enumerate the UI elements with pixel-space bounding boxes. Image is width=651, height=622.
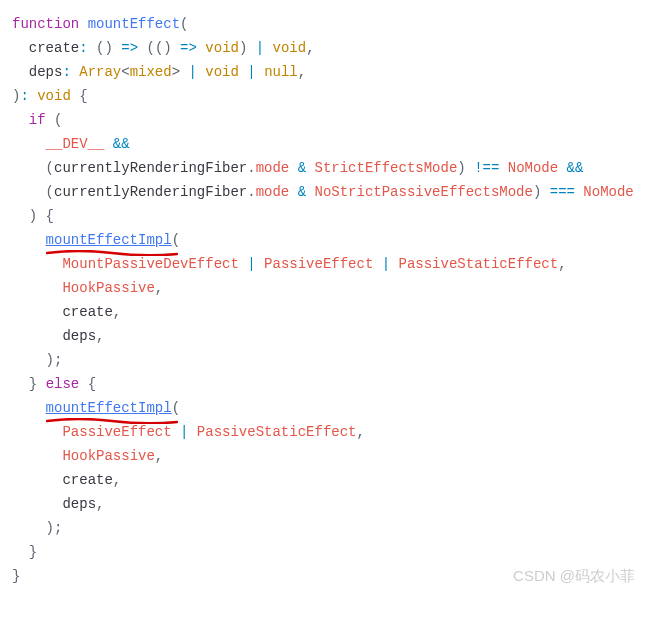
type-void: void bbox=[205, 64, 239, 80]
keyword-else: else bbox=[46, 376, 80, 392]
arg: PassiveEffect bbox=[264, 256, 373, 272]
type-void: void bbox=[205, 40, 239, 56]
code-block: function mountEffect( create: () => (() … bbox=[12, 12, 651, 588]
call-mountEffectImpl: mountEffectImpl bbox=[46, 228, 172, 252]
op-bitand: & bbox=[298, 184, 306, 200]
type-void: void bbox=[273, 40, 307, 56]
const-strict: StrictEffectsMode bbox=[314, 160, 457, 176]
arg: HookPassive bbox=[62, 448, 154, 464]
op-neq: !== bbox=[474, 160, 499, 176]
arg: PassiveStaticEffect bbox=[399, 256, 559, 272]
op-or: | bbox=[256, 40, 264, 56]
return-void: void bbox=[37, 88, 71, 104]
prop-mode: mode bbox=[256, 160, 290, 176]
fn-name: mountEffect bbox=[88, 16, 180, 32]
const-nomode: NoMode bbox=[583, 184, 633, 200]
const-nomode: NoMode bbox=[508, 160, 558, 176]
type-mixed: mixed bbox=[130, 64, 172, 80]
arg: PassiveEffect bbox=[62, 424, 171, 440]
op-eqeq: === bbox=[550, 184, 575, 200]
dev-const: __DEV__ bbox=[46, 136, 105, 152]
arg: create bbox=[62, 304, 112, 320]
param-create: create bbox=[29, 40, 79, 56]
op-and: && bbox=[567, 160, 584, 176]
watermark: CSDN @码农小菲 bbox=[513, 564, 635, 588]
prop-mode: mode bbox=[256, 184, 290, 200]
const-nostrict: NoStrictPassiveEffectsMode bbox=[314, 184, 532, 200]
arg: PassiveStaticEffect bbox=[197, 424, 357, 440]
param-deps: deps bbox=[29, 64, 63, 80]
keyword-function: function bbox=[12, 16, 79, 32]
paren: ( bbox=[180, 16, 188, 32]
keyword-if: if bbox=[29, 112, 46, 128]
type-array: Array bbox=[79, 64, 121, 80]
type-null: null bbox=[264, 64, 298, 80]
arg: deps bbox=[62, 496, 96, 512]
arg: HookPassive bbox=[62, 280, 154, 296]
ident-fiber: currentlyRenderingFiber bbox=[54, 184, 247, 200]
ident-fiber: currentlyRenderingFiber bbox=[54, 160, 247, 176]
op-bitand: & bbox=[298, 160, 306, 176]
arg: deps bbox=[62, 328, 96, 344]
call-mountEffectImpl: mountEffectImpl bbox=[46, 396, 172, 420]
op-and: && bbox=[113, 136, 130, 152]
arg: MountPassiveDevEffect bbox=[62, 256, 238, 272]
arg: create bbox=[62, 472, 112, 488]
